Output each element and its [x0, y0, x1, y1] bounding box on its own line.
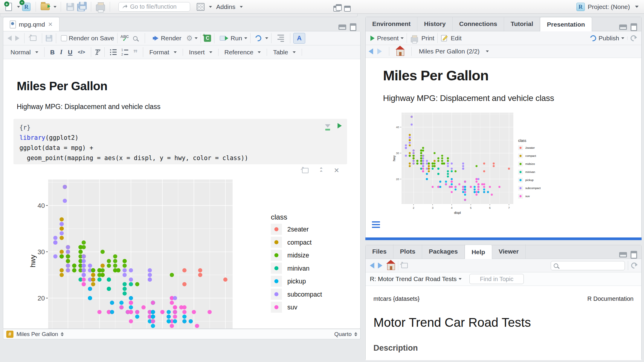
slide-back-icon[interactable] — [369, 48, 373, 54]
bold-icon[interactable]: B — [48, 49, 57, 56]
maximize-console-icon[interactable] — [344, 6, 351, 12]
popout-icon[interactable] — [30, 36, 36, 41]
tab-connections[interactable]: Connections — [453, 17, 504, 31]
code-line[interactable]: library(ggplot2) — [19, 133, 341, 143]
present-caret-icon[interactable] — [401, 37, 404, 39]
edit-label[interactable]: Edit — [451, 35, 462, 42]
publish-caret-icon[interactable] — [621, 37, 624, 39]
doc-mode-selector-icon[interactable] — [354, 332, 357, 336]
tab-viewer[interactable]: Viewer — [492, 244, 526, 259]
gear-icon[interactable]: ⚙ — [186, 34, 193, 42]
help-home-icon[interactable] — [387, 263, 395, 270]
run-arrow-icon[interactable] — [225, 36, 228, 40]
italic-icon[interactable]: I — [57, 48, 65, 56]
find-in-topic-input[interactable] — [469, 274, 524, 284]
slide-nav-label[interactable]: Miles Per Gallon (2/2) — [419, 48, 480, 55]
open-recent-caret-icon[interactable] — [54, 6, 57, 8]
goto-file-input[interactable] — [130, 3, 184, 10]
render-label[interactable]: Render — [161, 35, 181, 42]
render-options-caret-icon[interactable] — [195, 37, 198, 39]
save-button[interactable] — [65, 2, 75, 12]
new-project-button[interactable]: R+ — [21, 2, 31, 12]
menu-table[interactable]: Table — [270, 47, 298, 58]
help-search-input[interactable] — [561, 262, 617, 269]
rerun-icon[interactable] — [254, 34, 262, 42]
menu-format[interactable]: Format — [146, 47, 180, 58]
help-search-box[interactable] — [551, 261, 625, 270]
render-on-save-checkbox[interactable] — [61, 35, 67, 41]
present-icon[interactable] — [370, 36, 375, 41]
maximize-pane-icon[interactable] — [350, 23, 356, 31]
run-label[interactable]: Run — [231, 35, 242, 42]
tab-presentation[interactable]: Presentation — [540, 17, 592, 31]
edit-icon[interactable] — [441, 34, 448, 42]
project-menu[interactable]: R Project: (None) — [576, 3, 640, 11]
minimize-pane-icon[interactable] — [619, 252, 627, 257]
help-topic-caret-icon[interactable] — [459, 278, 462, 280]
minimize-pane-icon[interactable] — [338, 24, 346, 30]
find-replace-icon[interactable] — [133, 36, 138, 41]
code-chunk[interactable]: {r}library(ggplot2)ggplot(data = mpg) + … — [13, 119, 347, 164]
tab-plots[interactable]: Plots — [393, 244, 422, 259]
help-forward-icon[interactable] — [378, 263, 382, 269]
render-icon[interactable] — [155, 36, 158, 41]
document-canvas[interactable]: Miles Per Gallon Highway MPG: Displaceme… — [3, 73, 347, 329]
code-line[interactable]: ggplot(data = mpg) + — [19, 143, 341, 153]
expand-output-icon[interactable] — [302, 168, 309, 173]
goto-file-search[interactable] — [118, 2, 190, 12]
save-all-button[interactable] — [77, 2, 87, 12]
slide-menu-icon[interactable] — [372, 221, 380, 228]
forward-icon[interactable] — [15, 36, 19, 41]
close-tab-icon[interactable]: ✕ — [48, 21, 53, 28]
slide-preview[interactable]: Miles Per Gallon Highway MPG: Displaceme… — [366, 58, 641, 237]
open-file-button[interactable] — [40, 2, 50, 12]
maximize-pane-icon[interactable] — [631, 251, 637, 259]
clear-formatting-icon[interactable] — [94, 49, 101, 56]
code-line[interactable]: {r} — [19, 122, 341, 133]
tab-mpg-qmd[interactable]: mpg.qmd ✕ — [3, 17, 59, 31]
document-outline-icon[interactable] — [277, 35, 284, 42]
section-selector-icon[interactable] — [61, 332, 64, 336]
doc-mode-label[interactable]: Quarto — [334, 331, 352, 338]
collapse-output-icon[interactable]: ⌃⌃ — [319, 168, 323, 174]
rerun-caret-icon[interactable] — [265, 37, 268, 39]
help-back-icon[interactable] — [370, 263, 374, 269]
tab-tutorial[interactable]: Tutorial — [504, 17, 540, 31]
spellcheck-icon[interactable]: ABC✓ — [120, 35, 129, 41]
minimize-pane-icon[interactable] — [619, 24, 627, 30]
menu-insert[interactable]: Insert — [186, 47, 215, 58]
bullet-list-icon[interactable] — [110, 49, 117, 55]
pane-layout-button[interactable] — [196, 2, 206, 12]
present-label[interactable]: Present — [377, 35, 399, 42]
underline-icon[interactable]: U — [65, 49, 75, 56]
run-caret-icon[interactable] — [244, 37, 247, 39]
help-popout-icon[interactable] — [401, 263, 408, 268]
publish-icon[interactable] — [589, 34, 597, 42]
print-slides-icon[interactable] — [411, 37, 418, 42]
run-chunks-above-icon[interactable] — [325, 124, 330, 128]
new-file-caret-icon[interactable] — [17, 6, 20, 8]
home-icon[interactable] — [396, 49, 404, 56]
slide-nav-caret-icon[interactable] — [486, 50, 489, 52]
slide-forward-icon[interactable] — [377, 48, 382, 54]
numbered-list-icon[interactable]: 12 — [121, 48, 129, 56]
maximize-pane-icon[interactable] — [631, 23, 637, 31]
insert-chunk-icon[interactable]: C — [204, 35, 211, 42]
visual-editor-toggle[interactable]: A — [293, 33, 305, 44]
print-label[interactable]: Print — [421, 35, 434, 42]
help-document[interactable]: mtcars {datasets} R Documentation Motor … — [366, 286, 641, 360]
menu-reference[interactable]: Reference — [222, 47, 264, 58]
tab-history[interactable]: History — [417, 17, 452, 31]
addins-menu[interactable]: Addins — [213, 1, 246, 12]
back-icon[interactable] — [7, 36, 12, 41]
tab-files[interactable]: Files — [366, 244, 393, 259]
restore-pane-icon[interactable] — [333, 6, 340, 12]
new-file-button[interactable]: + — [4, 2, 14, 12]
tab-environment[interactable]: Environment — [366, 17, 417, 31]
inline-code-icon[interactable]: </> — [75, 49, 88, 55]
print-button[interactable] — [95, 2, 106, 12]
help-topic-select[interactable]: R: Motor Trend Car Road Tests — [370, 275, 457, 283]
code-line[interactable]: geom_point(mapping = aes(x = displ, y = … — [19, 153, 341, 163]
pane-layout-caret-icon[interactable] — [209, 6, 212, 8]
tab-help[interactable]: Help — [465, 245, 492, 259]
